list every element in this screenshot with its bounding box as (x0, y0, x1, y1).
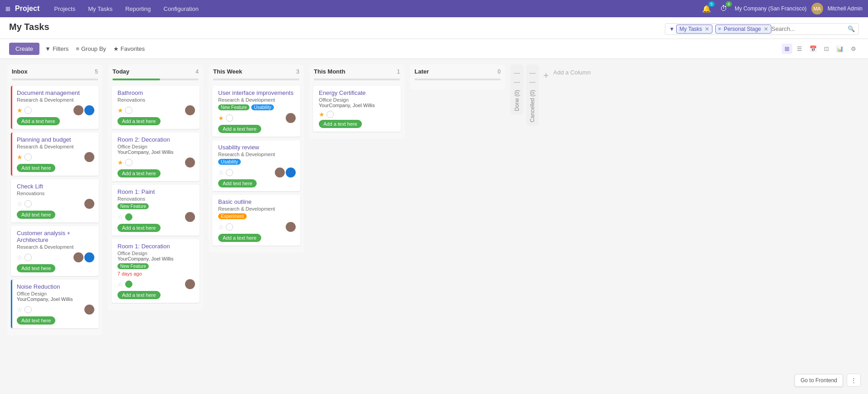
go-frontend-button[interactable]: Go to Frontend (795, 374, 843, 381)
star-toggle[interactable]: ☆ (218, 169, 224, 176)
star-toggle[interactable]: ☆ (17, 254, 23, 261)
card-title[interactable]: Room 1: Decoration (117, 243, 195, 250)
status-circle[interactable] (125, 281, 132, 288)
list-view-icon[interactable]: ☰ (794, 44, 805, 54)
status-circle[interactable] (125, 107, 132, 114)
nav-configuration[interactable]: Configuration (158, 3, 204, 15)
expand-col-btn[interactable]: — (528, 68, 537, 77)
more-options-button[interactable]: ⋮ (847, 374, 861, 380)
status-circle[interactable] (24, 254, 32, 261)
card-title[interactable]: Noise Reduction (17, 283, 94, 290)
add-text-button[interactable]: Add text here (17, 164, 55, 172)
settings-view-icon[interactable]: ⚙ (848, 44, 859, 54)
status-circle[interactable] (226, 223, 233, 231)
card-title[interactable]: Basic outline (218, 198, 296, 205)
card-title[interactable]: Energy Certificate (319, 89, 396, 96)
add-text-button[interactable]: Add a text here (117, 169, 161, 177)
user-avatar[interactable]: MA (811, 3, 823, 15)
star-toggle[interactable]: ★ (17, 153, 23, 161)
card-title[interactable]: Document management (17, 89, 94, 96)
status-circle[interactable] (24, 153, 32, 161)
col-header: Today 4 (108, 64, 203, 79)
filter-personal-stage-remove[interactable]: ✕ (764, 26, 768, 32)
expand-col-btn[interactable]: — (512, 68, 522, 77)
task-card: Room 2: DecorationOffice DesignYourCompa… (112, 133, 200, 181)
card-subtitle: Research & Development (17, 97, 94, 103)
star-toggle[interactable]: ☆ (218, 223, 224, 231)
star-toggle[interactable]: ☆ (17, 306, 23, 313)
card-title[interactable]: Usability review (218, 144, 296, 151)
card-title[interactable]: Room 1: Paint (117, 188, 195, 195)
add-text-button[interactable]: Add a text here (218, 234, 261, 242)
col-count: 4 (195, 69, 199, 75)
nav-projects[interactable]: Projects (49, 3, 81, 15)
status-circle[interactable] (327, 111, 334, 118)
col-progress (314, 79, 400, 80)
avatar (185, 212, 195, 222)
star-toggle[interactable]: ★ (17, 107, 23, 114)
filter-my-tasks[interactable]: My Tasks ✕ (676, 25, 712, 34)
calendar-view-icon[interactable]: 📅 (807, 44, 819, 54)
star-toggle[interactable]: ☆ (17, 200, 23, 207)
status-circle[interactable] (226, 169, 233, 176)
group-by-btn[interactable]: ≡ Group By (76, 45, 106, 52)
chart-view-icon[interactable]: 📊 (834, 44, 846, 54)
app-name: Project (15, 5, 39, 13)
add-text-button[interactable]: Add text here (17, 264, 55, 272)
search-icon[interactable]: 🔍 (848, 25, 855, 32)
card-title[interactable]: Room 2: Decoration (117, 136, 195, 143)
filters-btn[interactable]: ▼ Filters (45, 45, 68, 52)
card-title[interactable]: User interface improvements (218, 89, 296, 96)
create-button[interactable]: Create (9, 43, 39, 55)
task-card: Customer analysis + ArchitectureResearch… (11, 226, 99, 276)
search-input[interactable] (771, 25, 848, 32)
nav-my-tasks[interactable]: My Tasks (83, 3, 118, 15)
add-text-button[interactable]: Add text here (17, 316, 55, 325)
col-cards: Document managementResearch & Developmen… (7, 84, 102, 335)
app-grid-icon[interactable]: ⊞ (5, 5, 10, 12)
card-title[interactable]: Customer analysis + Architecture (17, 230, 94, 243)
star-toggle[interactable]: ★ (117, 159, 123, 166)
collapse-options-btn[interactable]: — (528, 77, 537, 86)
star-toggle[interactable]: ★ (218, 114, 224, 122)
add-text-button[interactable]: Add a text here (117, 291, 161, 299)
card-title[interactable]: Planning and budget (17, 136, 94, 143)
card-title[interactable]: Bathroom (117, 89, 195, 96)
card-footer: ★ (117, 158, 195, 167)
add-text-button[interactable]: Add text here (218, 179, 257, 187)
star-toggle[interactable]: ☆ (117, 213, 123, 221)
star-toggle[interactable]: ★ (117, 107, 123, 114)
status-circle[interactable] (24, 306, 32, 313)
add-text-button[interactable]: Add a text here (17, 117, 60, 125)
add-col-text[interactable]: Add a Column (553, 69, 590, 76)
task-card: Usability reviewResearch & DevelopmentUs… (212, 140, 300, 191)
status-circle[interactable] (226, 114, 233, 122)
add-text-button[interactable]: Add a text here (117, 224, 161, 232)
star-toggle[interactable]: ★ (319, 111, 325, 118)
avatar (275, 167, 285, 177)
kanban-col-this_month: This Month 1 Energy CertificateOffice De… (309, 64, 405, 139)
card-subtitle: Research & Development (17, 244, 94, 250)
activity-icon[interactable]: ⏱ 6 (717, 2, 730, 15)
card-extra: YourCompany, Joel Willis (17, 296, 94, 302)
card-footer: ☆ (117, 212, 195, 222)
status-circle[interactable] (125, 213, 132, 221)
nav-reporting[interactable]: Reporting (120, 3, 156, 15)
notification-icon[interactable]: 🔔 5 (700, 2, 713, 15)
star-toggle[interactable]: ☆ (117, 281, 123, 288)
favorites-btn[interactable]: ★ Favorites (113, 45, 145, 52)
filter-my-tasks-remove[interactable]: ✕ (705, 26, 709, 32)
pivot-view-icon[interactable]: ⊡ (821, 44, 832, 54)
status-circle[interactable] (125, 159, 132, 166)
add-text-button[interactable]: Add a text here (117, 117, 161, 125)
add-text-button[interactable]: Add a text here (319, 120, 362, 128)
add-text-button[interactable]: Add text here (17, 211, 55, 219)
kanban-view-icon[interactable]: ⊞ (782, 44, 792, 54)
filter-personal-stage[interactable]: ≡ Personal Stage ✕ (715, 25, 771, 34)
add-text-button[interactable]: Add a text here (218, 125, 261, 133)
collapse-options-btn[interactable]: — (512, 77, 522, 86)
status-circle[interactable] (24, 107, 32, 114)
card-title[interactable]: Check Lift (17, 183, 94, 190)
status-circle[interactable] (24, 200, 32, 207)
add-col-icon[interactable]: ＋ (541, 69, 551, 81)
